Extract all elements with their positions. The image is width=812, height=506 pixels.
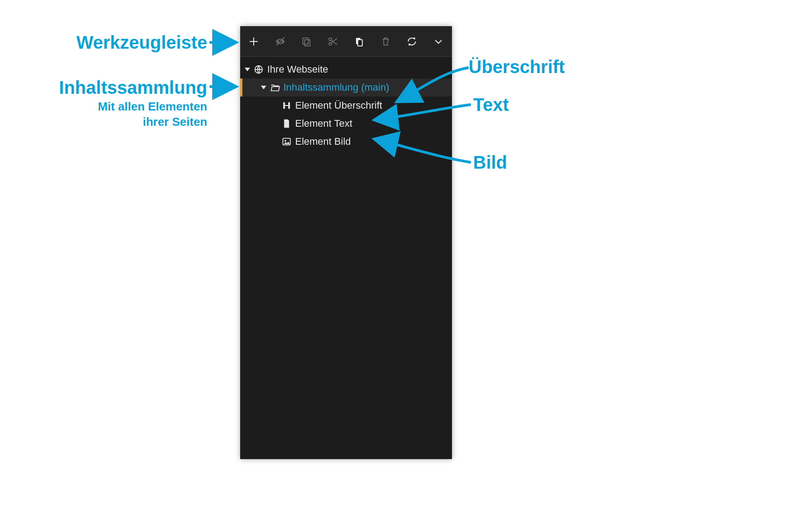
sidebar-panel: Ihre Webseite Inhaltssammlung (main) Ele… — [240, 26, 452, 459]
tree-root-label: Ihre Webseite — [267, 64, 328, 75]
annotation-heading: Überschrift — [469, 57, 565, 77]
trash-icon — [380, 36, 391, 47]
eye-slash-icon — [275, 36, 286, 47]
refresh-button[interactable] — [405, 34, 419, 49]
tree-collection-label: Inhaltssammlung (main) — [283, 82, 389, 93]
globe-icon — [254, 64, 264, 74]
add-button[interactable] — [246, 34, 261, 49]
caret-down-icon — [261, 86, 266, 89]
annotation-collection-sub2: ihrer Seiten — [0, 115, 207, 129]
tree-root[interactable]: Ihre Webseite — [240, 60, 452, 78]
svg-rect-1 — [303, 38, 308, 44]
heading-icon — [282, 101, 292, 110]
annotation-collection-sub1: Mit allen Elementen — [0, 100, 207, 113]
annotation-image: Bild — [473, 152, 507, 172]
plus-icon — [248, 36, 259, 47]
refresh-icon — [406, 36, 417, 47]
delete-button[interactable] — [379, 34, 393, 49]
annotation-text: Text — [473, 95, 509, 115]
tree-item-image-label: Element Bild — [295, 136, 351, 147]
scissors-icon — [328, 36, 338, 47]
tree-item-heading[interactable]: Element Überschrift — [240, 97, 452, 115]
paste-button[interactable] — [352, 34, 366, 49]
tree-item-text[interactable]: Element Text — [240, 115, 452, 133]
image-icon — [282, 137, 292, 147]
tree-item-image[interactable]: Element Bild — [240, 133, 452, 151]
annotation-toolbar: Werkzeugleiste — [0, 32, 207, 52]
paste-icon — [354, 36, 365, 47]
toolbar — [240, 26, 452, 57]
annotation-collection: Inhaltssammlung — [0, 78, 207, 97]
chevron-down-icon — [433, 36, 444, 47]
caret-down-icon — [245, 68, 250, 71]
copy-icon — [301, 36, 312, 47]
expand-button[interactable] — [431, 34, 446, 49]
svg-rect-2 — [305, 40, 310, 46]
folder-open-icon — [270, 83, 280, 92]
hide-button[interactable] — [273, 34, 287, 49]
cut-button[interactable] — [326, 34, 340, 49]
svg-point-11 — [284, 140, 286, 142]
tree-item-text-label: Element Text — [295, 118, 352, 129]
tree: Ihre Webseite Inhaltssammlung (main) Ele… — [240, 57, 452, 151]
copy-button[interactable] — [299, 34, 314, 49]
svg-rect-8 — [358, 40, 362, 46]
tree-item-heading-label: Element Überschrift — [295, 100, 382, 111]
tree-collection[interactable]: Inhaltssammlung (main) — [240, 78, 452, 97]
document-icon — [282, 119, 292, 129]
